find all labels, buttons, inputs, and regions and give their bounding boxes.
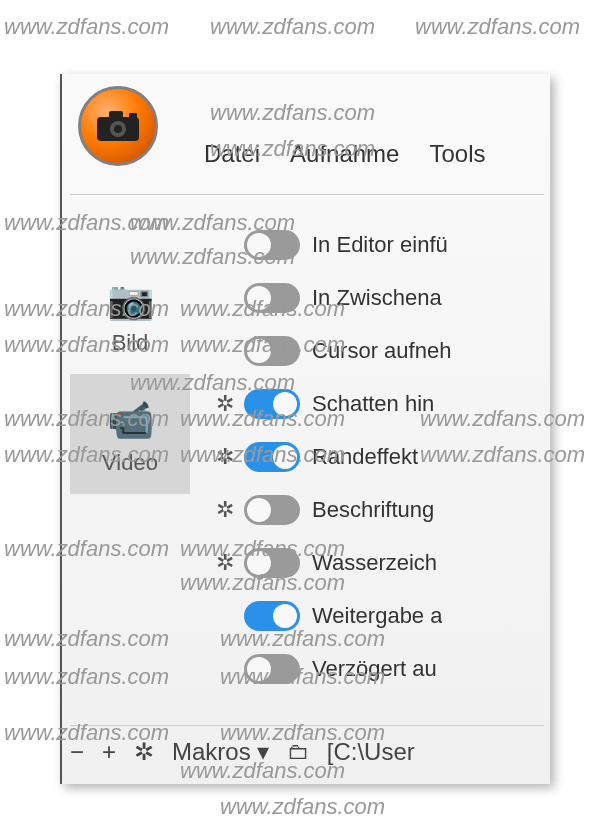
gear-icon[interactable]: ✲ (210, 550, 240, 576)
toggle-knob (247, 233, 271, 257)
watermark: www.zdfans.com (220, 794, 385, 820)
app-window: Datei Aufnahme Tools 📷 Bild 📹 Video In E… (60, 74, 550, 784)
option-row: In Zwischena (210, 271, 451, 324)
toggle-knob (273, 604, 297, 628)
camera-icon (95, 109, 141, 143)
bottom-toolbar: − + ✲ Makros ▾ 🗀 [C:\User (70, 725, 544, 766)
camera-icon: 📷 (74, 278, 186, 322)
toggle-switch[interactable] (244, 495, 300, 525)
svg-rect-1 (109, 111, 123, 119)
menu-bar: Datei Aufnahme Tools (204, 140, 485, 168)
option-label: Verzögert au (312, 656, 437, 682)
path-text: [C:\User (327, 738, 415, 766)
makros-dropdown[interactable]: Makros ▾ (172, 738, 269, 766)
toggle-switch[interactable] (244, 336, 300, 366)
video-icon: 📹 (74, 398, 186, 442)
toggle-switch[interactable] (244, 601, 300, 631)
option-row: Cursor aufneh (210, 324, 451, 377)
menu-capture[interactable]: Aufnahme (290, 140, 399, 168)
toggle-knob (247, 551, 271, 575)
toggle-knob (247, 498, 271, 522)
option-row: ✲Randeffekt (210, 430, 451, 483)
toggle-switch[interactable] (244, 389, 300, 419)
svg-rect-4 (129, 113, 137, 118)
toggle-switch[interactable] (244, 230, 300, 260)
toggle-switch[interactable] (244, 442, 300, 472)
sidebar: 📷 Bild 📹 Video (70, 254, 190, 494)
option-row: ✲Wasserzeich (210, 536, 451, 589)
options-list: In Editor einfüIn ZwischenaCursor aufneh… (210, 218, 451, 695)
gear-icon[interactable]: ✲ (210, 391, 240, 417)
tab-bild[interactable]: 📷 Bild (70, 254, 190, 374)
option-label: Wasserzeich (312, 550, 437, 576)
toggle-knob (247, 286, 271, 310)
option-row: Weitergabe a (210, 589, 451, 642)
option-label: Randeffekt (312, 444, 418, 470)
toggle-knob (247, 657, 271, 681)
toggle-knob (273, 445, 297, 469)
divider (70, 194, 544, 195)
plus-button[interactable]: + (102, 738, 116, 766)
app-logo-button[interactable] (78, 86, 158, 166)
menu-tools[interactable]: Tools (429, 140, 485, 168)
toggle-switch[interactable] (244, 548, 300, 578)
svg-point-3 (114, 125, 122, 133)
gear-icon[interactable]: ✲ (210, 444, 240, 470)
option-label: In Editor einfü (312, 232, 448, 258)
tab-label: Video (74, 450, 186, 476)
watermark: www.zdfans.com (210, 14, 375, 40)
watermark: www.zdfans.com (4, 14, 169, 40)
option-row: Verzögert au (210, 642, 451, 695)
option-row: ✲Schatten hin (210, 377, 451, 430)
option-label: In Zwischena (312, 285, 442, 311)
tab-label: Bild (74, 330, 186, 356)
toggle-knob (247, 339, 271, 363)
chevron-down-icon: ▾ (257, 738, 269, 766)
option-label: Beschriftung (312, 497, 434, 523)
menu-file[interactable]: Datei (204, 140, 260, 168)
folder-icon[interactable]: 🗀 (287, 739, 309, 765)
settings-gear-icon[interactable]: ✲ (134, 738, 154, 766)
toggle-switch[interactable] (244, 283, 300, 313)
minus-button[interactable]: − (70, 738, 84, 766)
tab-video[interactable]: 📹 Video (70, 374, 190, 494)
option-row: In Editor einfü (210, 218, 451, 271)
option-label: Weitergabe a (312, 603, 442, 629)
option-label: Cursor aufneh (312, 338, 451, 364)
makros-label: Makros (172, 738, 251, 766)
toggle-knob (273, 392, 297, 416)
option-row: ✲Beschriftung (210, 483, 451, 536)
watermark: www.zdfans.com (415, 14, 580, 40)
toggle-switch[interactable] (244, 654, 300, 684)
gear-icon[interactable]: ✲ (210, 497, 240, 523)
option-label: Schatten hin (312, 391, 434, 417)
